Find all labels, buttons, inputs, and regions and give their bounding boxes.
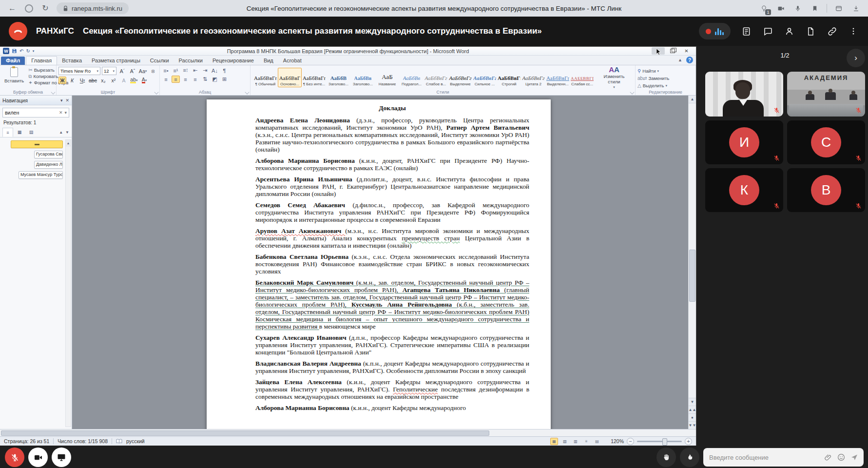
ribbon-tab[interactable]: Рассылки <box>174 57 208 65</box>
screen-share-button[interactable] <box>52 448 71 467</box>
select-button[interactable]: △Выделить▾ <box>637 82 694 89</box>
scroll-down-icon[interactable]: ▼ <box>689 398 696 406</box>
borders-button[interactable]: ⊞ <box>220 76 229 83</box>
close-button[interactable]: ✕ <box>680 47 693 55</box>
more-menu-icon[interactable] <box>848 25 859 37</box>
participant-tile[interactable]: И <box>705 120 783 164</box>
ribbon-tab[interactable]: Главная <box>26 56 57 65</box>
tab-camera-icon[interactable] <box>775 3 786 14</box>
style-chip[interactable]: ААББВВГГСлабая сс... <box>570 68 594 87</box>
multilevel-list-button[interactable]: ≡⁝ <box>181 67 190 74</box>
nav-result-item[interactable]: Давиденко Людми... <box>34 161 63 169</box>
clear-search-icon[interactable]: ✕ <box>59 110 63 115</box>
ribbon-tab[interactable]: Вставка <box>57 57 87 65</box>
previous-page-icon[interactable]: ▲▲ <box>689 406 696 413</box>
style-chip[interactable]: АаБбВЗаголово... <box>327 68 350 87</box>
style-chip[interactable]: АаБбВвПодзагол... <box>400 68 424 87</box>
minimize-button[interactable]: – <box>652 47 665 55</box>
italic-button[interactable]: К <box>68 77 77 84</box>
undo-icon[interactable]: ↶ <box>19 49 23 54</box>
reactions-button[interactable] <box>680 448 699 467</box>
nav-result-item[interactable]: Мусаев Мансур Турсунпу... <box>19 171 63 179</box>
subscript-button[interactable]: x₂ <box>99 77 108 84</box>
ribbon-tab[interactable]: Разметка страницы <box>87 57 145 65</box>
bookmark-icon[interactable] <box>810 3 820 14</box>
show-marks-button[interactable]: ¶ <box>220 67 229 74</box>
navigation-scrollbar[interactable]: ▲ <box>65 139 71 427</box>
web-layout-view-button[interactable]: ▥ <box>572 438 579 445</box>
camera-toggle-button[interactable] <box>28 448 48 467</box>
align-left-button[interactable]: ≡ <box>162 76 170 83</box>
participant-tile[interactable]: В <box>787 168 865 212</box>
browse-object-icon[interactable]: ● <box>689 413 696 421</box>
horizontal-scrollbar[interactable] <box>0 429 696 436</box>
video-tile-speaker[interactable] <box>705 72 783 117</box>
change-styles-button[interactable]: АА Изменить стили ▾ <box>595 67 633 88</box>
style-chip[interactable]: АаБбВвГгСильное ... <box>473 68 497 87</box>
style-chip[interactable]: АаБбВвГг,¶ Обычный <box>253 68 277 87</box>
search-options-icon[interactable]: ▾ <box>64 110 67 115</box>
raise-hand-button[interactable] <box>656 448 676 467</box>
align-center-button[interactable]: ≡ <box>172 76 180 83</box>
style-chip[interactable]: АаБбВвГгВыделение <box>448 68 472 87</box>
browse-results-tab[interactable]: ▤ <box>26 128 37 137</box>
zoom-out-icon[interactable]: − <box>627 438 634 445</box>
address-bar[interactable]: ranepa.mts-link.ru <box>57 2 129 14</box>
increase-indent-button[interactable]: ⇥ <box>201 67 209 74</box>
text-effects-button[interactable]: А <box>119 77 128 84</box>
zoom-slider[interactable] <box>637 441 682 442</box>
print-layout-view-button[interactable]: ▦ <box>550 438 558 445</box>
style-chip[interactable]: АаБбВвЗаголово... <box>351 68 375 87</box>
draft-view-button[interactable]: ▤ <box>593 438 601 445</box>
change-case-button[interactable]: Аа▾ <box>138 67 147 75</box>
previous-result-icon[interactable]: ▲ <box>59 130 63 135</box>
decrease-indent-button[interactable]: ⇤ <box>191 67 199 74</box>
extensions-icon[interactable] <box>833 3 844 14</box>
line-spacing-button[interactable]: ⇅ <box>201 76 209 83</box>
bold-button[interactable]: Ж <box>58 77 66 84</box>
language-indicator[interactable]: русский <box>126 438 145 444</box>
zoom-in-icon[interactable]: + <box>685 438 692 445</box>
find-button[interactable]: ⚲Найти▾ <box>637 68 694 74</box>
superscript-button[interactable]: x² <box>109 77 118 84</box>
style-chip[interactable]: АаБбВвГгЦитата 2 <box>521 68 545 87</box>
collapse-ribbon-icon[interactable]: ▲ <box>678 58 682 62</box>
vertical-scrollbar[interactable]: ▲ ▼ ▲▲ ● ▼▼ <box>688 96 696 429</box>
link-icon[interactable] <box>826 25 838 37</box>
highlight-button[interactable]: ab▾ <box>130 77 138 84</box>
shrink-font-button[interactable]: Аˆ <box>128 67 137 75</box>
zoom-slider-thumb[interactable] <box>662 438 667 446</box>
navigation-pane-close-icon[interactable]: ✕ <box>65 98 69 103</box>
spellcheck-icon[interactable] <box>116 439 122 444</box>
navigation-search-box[interactable]: ✕ ▾ <box>2 108 69 117</box>
numbering-button[interactable]: ≡¹ <box>172 67 180 74</box>
chat-input-box[interactable] <box>703 448 864 467</box>
browse-pages-tab[interactable]: ▦ <box>14 128 25 137</box>
attach-file-icon[interactable] <box>824 453 832 462</box>
mic-toggle-button[interactable] <box>5 448 24 467</box>
nav-result-item[interactable] <box>11 140 63 148</box>
replace-button[interactable]: ab⇄Заменить <box>637 75 694 81</box>
style-chip[interactable]: АаБбВвГг,¶ Без инте... <box>302 68 326 87</box>
clear-formatting-button[interactable]: ⦻ <box>149 67 157 75</box>
quick-access-dropdown-icon[interactable]: ▾ <box>33 49 35 53</box>
page-indicator[interactable]: Страница: 26 из 51 <box>4 438 49 444</box>
strikethrough-button[interactable]: abc <box>88 77 97 84</box>
ribbon-tab[interactable]: Вид <box>259 57 278 65</box>
style-chip[interactable]: АаБНазвание <box>375 68 399 87</box>
navigation-pane-dropdown-icon[interactable]: ▾ <box>60 98 63 103</box>
shading-button[interactable]: ◩ <box>211 76 219 83</box>
video-tile-room[interactable]: АКАДЕМИЯ <box>787 72 865 117</box>
reload-icon[interactable]: ↻ <box>40 3 51 14</box>
agenda-icon[interactable] <box>740 25 752 37</box>
align-right-button[interactable]: ≡ <box>181 76 190 83</box>
style-chip[interactable]: АаБбВвГгСлабое в... <box>424 68 448 87</box>
files-icon[interactable] <box>805 25 816 37</box>
browse-headings-tab[interactable]: ≡ <box>2 128 13 137</box>
suggestions-icon[interactable]: 1 <box>758 3 769 14</box>
document-page[interactable]: Доклады Андреева Елена Леонидовна (д.э.н… <box>207 99 551 429</box>
paste-button[interactable]: Вставить <box>2 67 26 86</box>
tab-mic-icon[interactable] <box>792 3 803 14</box>
underline-button[interactable]: Ч▾ <box>78 77 87 84</box>
style-chip[interactable]: АаБбВвГгСтрогий <box>497 68 521 87</box>
